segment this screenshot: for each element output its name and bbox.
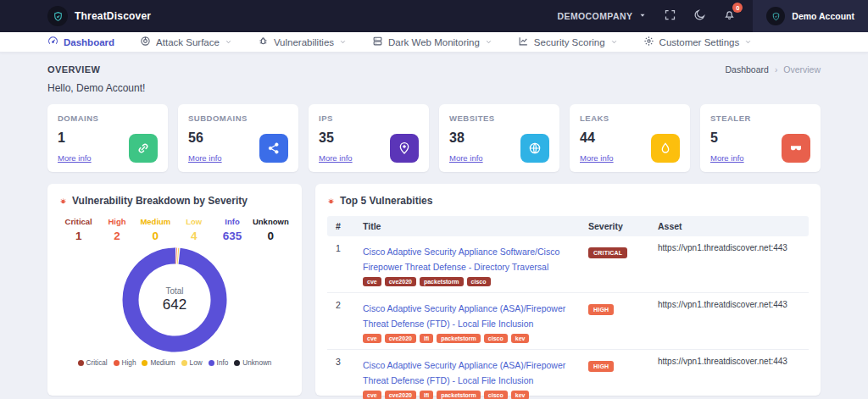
nav-item-attack-surface[interactable]: Attack Surface	[140, 36, 232, 48]
company-dropdown[interactable]: DEMOCOMPANY	[549, 0, 656, 32]
stat-card-label: LEAKS	[580, 114, 680, 123]
legend-label: Info	[217, 359, 229, 367]
legend-dot-icon	[142, 360, 147, 366]
breadcrumb-item-overview: Overview	[783, 64, 821, 75]
table-row: 2Cisco Adaptive Security Appliance (ASA)…	[327, 293, 809, 350]
row-asset: https://vpn1.threatdiscover.net:443	[658, 243, 800, 252]
tag-badge: cve	[363, 334, 381, 343]
topbar-right: DEMOCOMPANY 0 Demo Account	[549, 0, 868, 32]
map-pin-icon	[390, 134, 419, 163]
tag-badge: packetstorm	[437, 391, 481, 399]
vulnerability-link[interactable]: Cisco Adaptive Security Appliance Softwa…	[363, 247, 559, 272]
nav-item-label: Dark Web Monitoring	[388, 37, 480, 47]
severity-stat-info: Info635	[213, 217, 251, 242]
radar-icon	[140, 36, 151, 48]
severity-stat-unknown: Unknown0	[252, 217, 290, 242]
nav-item-label: Security Scoring	[534, 37, 605, 47]
stat-card-label: IPS	[319, 114, 419, 123]
legend-item-medium: Medium	[142, 359, 175, 367]
severity-stat-medium: Medium0	[136, 217, 175, 242]
legend-label: High	[122, 359, 136, 367]
greeting-text: Hello, Demo Account!	[47, 82, 821, 94]
severity-stat-low: Low4	[175, 217, 213, 242]
legend-item-unknown: Unknown	[234, 359, 271, 367]
notifications-button[interactable]: 0	[715, 0, 744, 32]
link-icon	[129, 134, 158, 163]
nav-item-security-scoring[interactable]: Security Scoring	[518, 36, 618, 48]
fullscreen-button[interactable]	[655, 0, 685, 32]
severity-stat-value: 4	[175, 230, 213, 242]
tag-badge: cisco	[467, 277, 491, 286]
tag-badge: cve	[363, 277, 381, 286]
row-severity-cell: CRITICAL	[588, 243, 651, 258]
breadcrumb-separator: ›	[775, 65, 777, 75]
tag-list: cvecve2020lfipacketstormciscokev	[363, 334, 581, 343]
nav-item-dark-web-monitoring[interactable]: Dark Web Monitoring	[372, 36, 492, 48]
stat-card-subdomains: SUBDOMAINS56More info	[178, 104, 298, 172]
globe-icon	[520, 134, 549, 163]
donut-segment-info	[131, 256, 219, 344]
legend-label: Low	[190, 359, 203, 367]
tag-badge: packetstorm	[437, 334, 481, 343]
row-severity-cell: HIGH	[588, 357, 651, 372]
caret-down-icon	[638, 11, 647, 21]
severity-stat-label: Critical	[59, 217, 97, 226]
legend-label: Unknown	[242, 359, 271, 367]
row-asset: https://vpn1.threatdiscover.net:443	[658, 300, 800, 309]
vulnerability-link[interactable]: Cisco Adaptive Security Appliance (ASA)/…	[363, 303, 565, 329]
severity-badge: HIGH	[588, 304, 614, 315]
mask-icon	[782, 134, 810, 163]
stat-card-domains: DOMAINS1More info	[47, 104, 168, 172]
more-info-link[interactable]: More info	[710, 153, 744, 163]
sitemap-icon	[259, 134, 288, 163]
legend-item-high: High	[114, 359, 136, 367]
severity-panel-title: Vulnerability Breakdown by Severity	[59, 195, 290, 207]
stat-card-label: STEALER	[710, 114, 810, 123]
severity-stat-label: Unknown	[252, 217, 290, 226]
brand[interactable]: ThreatDiscover	[47, 0, 151, 32]
severity-stat-value: 0	[252, 230, 290, 242]
severity-stat-label: Medium	[136, 217, 175, 226]
tag-badge: lfi	[420, 391, 433, 399]
tag-badge: lfi	[420, 334, 433, 343]
more-info-link[interactable]: More info	[580, 153, 614, 163]
severity-panel-title-text: Vulnerability Breakdown by Severity	[72, 195, 248, 207]
stat-card-ips: IPS35More info	[309, 104, 429, 172]
row-severity-cell: HIGH	[588, 300, 651, 315]
severity-stat-label: Info	[213, 217, 251, 226]
nav-item-customer-settings[interactable]: Customer Settings	[643, 36, 753, 48]
breadcrumb: Dashboard›Overview	[726, 64, 821, 75]
more-info-link[interactable]: More info	[449, 153, 483, 163]
legend-item-critical: Critical	[78, 359, 108, 367]
more-info-link[interactable]: More info	[319, 153, 353, 163]
dark-mode-toggle[interactable]	[685, 0, 715, 32]
row-title-cell: Cisco Adaptive Security Appliance (ASA)/…	[363, 300, 581, 343]
severity-badge: CRITICAL	[588, 247, 627, 258]
tag-badge: cve2020	[385, 334, 416, 343]
severity-stat-value: 1	[59, 230, 97, 242]
company-name: DEMOCOMPANY	[558, 11, 633, 21]
row-number: 2	[336, 300, 356, 310]
tag-badge: cve2020	[385, 391, 416, 399]
nav-item-dashboard[interactable]: Dashboard	[47, 36, 114, 48]
nav-item-vulnerabilities[interactable]: Vulnerabilities	[258, 36, 347, 48]
legend-dot-icon	[181, 360, 187, 366]
severity-stat-critical: Critical1	[59, 217, 97, 242]
chevron-down-icon	[485, 37, 492, 47]
droplet-icon	[651, 134, 680, 163]
more-info-link[interactable]: More info	[188, 153, 222, 163]
account-menu[interactable]: Demo Account	[753, 0, 868, 32]
row-title-cell: Cisco Adaptive Security Appliance (ASA)/…	[363, 357, 581, 399]
table-header: # Title Severity Asset	[327, 216, 809, 236]
breadcrumb-item-dashboard[interactable]: Dashboard	[726, 64, 769, 75]
more-info-link[interactable]: More info	[58, 153, 92, 163]
vuln-panel-title-text: Top 5 Vulnerabities	[340, 195, 432, 207]
vulnerability-link[interactable]: Cisco Adaptive Security Appliance (ASA)/…	[363, 360, 565, 385]
gauge-icon	[47, 36, 58, 48]
table-row: 3Cisco Adaptive Security Appliance (ASA)…	[327, 350, 809, 399]
chart-legend: CriticalHighMediumLowInfoUnknown	[59, 359, 290, 367]
col-severity: Severity	[588, 221, 651, 231]
chart-icon	[518, 36, 529, 48]
table-body: 1Cisco Adaptive Security Appliance Softw…	[327, 236, 809, 399]
nav-item-label: Attack Surface	[156, 37, 220, 47]
